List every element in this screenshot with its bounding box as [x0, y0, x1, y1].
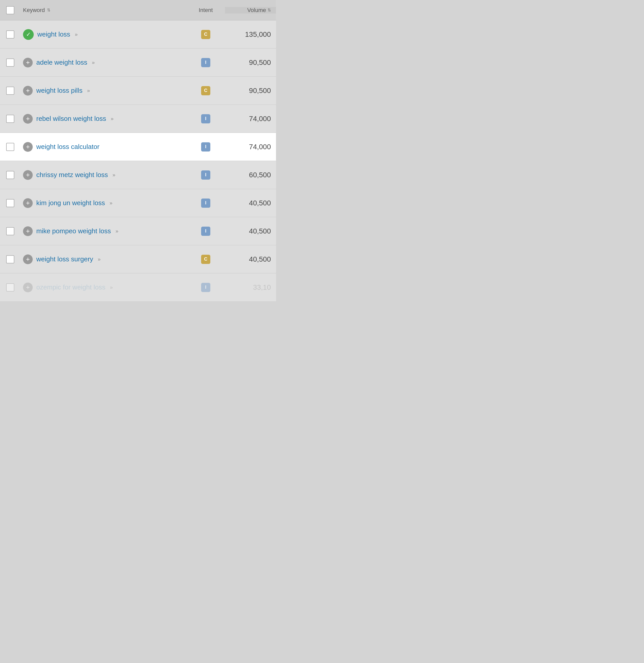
row-keyword-col: +weight loss calculator	[20, 142, 186, 152]
select-all-checkbox[interactable]	[6, 6, 14, 14]
add-keyword-icon[interactable]: +	[23, 58, 33, 67]
row-checkbox-col	[0, 87, 20, 95]
volume-header-label: Volume	[247, 7, 266, 14]
table-row[interactable]: +mike pompeo weight loss»I40,500	[0, 217, 276, 245]
intent-badge: I	[201, 283, 210, 292]
add-keyword-icon[interactable]: +	[23, 198, 33, 208]
keyword-text: rebel wilson weight loss	[36, 115, 106, 123]
table-row[interactable]: ✓weight loss»C135,000	[0, 20, 276, 49]
add-keyword-icon[interactable]: +	[23, 226, 33, 236]
table-row[interactable]: +ozempic for weight loss»I33,10	[0, 273, 276, 301]
row-checkbox[interactable]	[6, 115, 14, 123]
volume-sort-icon[interactable]: ⇅	[268, 8, 271, 13]
keyword-text: weight loss calculator	[36, 143, 99, 151]
chevron-right-icon[interactable]: »	[75, 31, 77, 37]
chevron-right-icon[interactable]: »	[110, 200, 111, 206]
row-volume-col: 90,500	[225, 87, 276, 95]
row-keyword-col: +mike pompeo weight loss»	[20, 226, 186, 236]
row-checkbox-col	[0, 171, 20, 179]
add-keyword-icon[interactable]: +	[23, 86, 33, 95]
table-header: Keyword ⇅ Intent Volume ⇅	[0, 0, 276, 20]
row-checkbox-col	[0, 59, 20, 67]
row-volume-col: 90,500	[225, 59, 276, 67]
keyword-text: chrissy metz weight loss	[36, 171, 108, 179]
row-volume-col: 40,500	[225, 227, 276, 235]
row-volume-col: 40,500	[225, 199, 276, 207]
row-checkbox[interactable]	[6, 87, 14, 95]
table-row[interactable]: +weight loss surgery»C40,500	[0, 245, 276, 273]
chevron-right-icon[interactable]: »	[92, 60, 93, 65]
row-checkbox[interactable]	[6, 227, 14, 235]
keyword-header-label: Keyword	[23, 7, 45, 14]
keyword-text: weight loss	[37, 30, 70, 38]
keyword-text: kim jong un weight loss	[36, 199, 105, 207]
header-keyword: Keyword ⇅	[20, 7, 186, 14]
add-keyword-icon[interactable]: +	[23, 170, 33, 180]
intent-badge: I	[201, 58, 210, 67]
row-intent-col: I	[186, 114, 225, 123]
chevron-right-icon[interactable]: »	[110, 284, 112, 290]
row-intent-col: I	[186, 142, 225, 152]
row-keyword-col: +rebel wilson weight loss»	[20, 114, 186, 124]
row-checkbox[interactable]	[6, 171, 14, 179]
chevron-right-icon[interactable]: »	[112, 172, 114, 178]
header-intent: Intent	[186, 7, 225, 14]
row-checkbox[interactable]	[6, 59, 14, 67]
row-keyword-col: +ozempic for weight loss»	[20, 282, 186, 292]
keyword-text: weight loss pills	[36, 87, 83, 94]
row-checkbox-col	[0, 227, 20, 235]
chevron-right-icon[interactable]: »	[98, 256, 100, 262]
keyword-text: weight loss surgery	[36, 255, 93, 263]
row-volume-col: 60,500	[225, 171, 276, 179]
row-keyword-col: +weight loss surgery»	[20, 254, 186, 264]
add-keyword-icon[interactable]: +	[23, 282, 33, 292]
row-keyword-col: +chrissy metz weight loss»	[20, 170, 186, 180]
keyword-text: adele weight loss	[36, 59, 87, 66]
checked-icon[interactable]: ✓	[23, 29, 34, 40]
keyword-table: Keyword ⇅ Intent Volume ⇅ ✓weight loss»C…	[0, 0, 276, 301]
row-keyword-col: +weight loss pills»	[20, 86, 186, 95]
row-volume-col: 33,10	[225, 283, 276, 292]
row-checkbox[interactable]	[6, 30, 14, 39]
intent-badge: I	[201, 170, 210, 180]
rows-container: ✓weight loss»C135,000+adele weight loss»…	[0, 20, 276, 301]
add-keyword-icon[interactable]: +	[23, 254, 33, 264]
row-checkbox[interactable]	[6, 199, 14, 207]
intent-badge: I	[201, 199, 210, 208]
row-checkbox-col	[0, 283, 20, 292]
intent-badge: I	[201, 114, 210, 123]
row-intent-col: I	[186, 170, 225, 180]
row-checkbox[interactable]	[6, 255, 14, 264]
keyword-sort-icon[interactable]: ⇅	[47, 8, 50, 13]
row-intent-col: I	[186, 199, 225, 208]
row-keyword-col: ✓weight loss»	[20, 29, 186, 40]
chevron-right-icon[interactable]: »	[87, 88, 89, 93]
table-row[interactable]: +kim jong un weight loss»I40,500	[0, 189, 276, 217]
row-keyword-col: +kim jong un weight loss»	[20, 198, 186, 208]
row-volume-col: 74,000	[225, 115, 276, 123]
row-volume-col: 74,000	[225, 143, 276, 151]
row-intent-col: I	[186, 283, 225, 292]
row-checkbox[interactable]	[6, 283, 14, 292]
header-volume: Volume ⇅	[225, 7, 276, 14]
chevron-right-icon[interactable]: »	[115, 228, 117, 234]
intent-badge: C	[201, 30, 210, 39]
row-intent-col: I	[186, 58, 225, 67]
chevron-right-icon[interactable]: »	[111, 116, 112, 122]
intent-badge: I	[201, 142, 210, 152]
add-keyword-icon[interactable]: +	[23, 114, 33, 124]
table-row[interactable]: +weight loss calculatorI74,000	[0, 133, 276, 161]
row-checkbox[interactable]	[6, 143, 14, 151]
keyword-text: mike pompeo weight loss	[36, 227, 111, 235]
table-row[interactable]: +rebel wilson weight loss»I74,000	[0, 105, 276, 133]
add-keyword-icon[interactable]: +	[23, 142, 33, 152]
row-checkbox-col	[0, 115, 20, 123]
row-checkbox-col	[0, 255, 20, 264]
intent-badge: C	[201, 86, 210, 95]
table-row[interactable]: +adele weight loss»I90,500	[0, 49, 276, 77]
row-intent-col: I	[186, 227, 225, 236]
row-intent-col: C	[186, 255, 225, 264]
keyword-text: ozempic for weight loss	[36, 283, 105, 291]
table-row[interactable]: +chrissy metz weight loss»I60,500	[0, 161, 276, 189]
table-row[interactable]: +weight loss pills»C90,500	[0, 77, 276, 105]
